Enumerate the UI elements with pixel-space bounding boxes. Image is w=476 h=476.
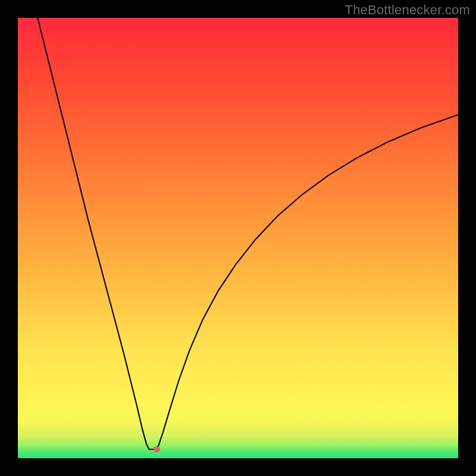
chart-frame: TheBottlenecker.com — [0, 0, 476, 476]
watermark-text: TheBottlenecker.com — [345, 2, 470, 18]
notch-marker — [153, 446, 160, 452]
chart-background — [18, 18, 458, 458]
bottleneck-chart — [18, 18, 458, 458]
